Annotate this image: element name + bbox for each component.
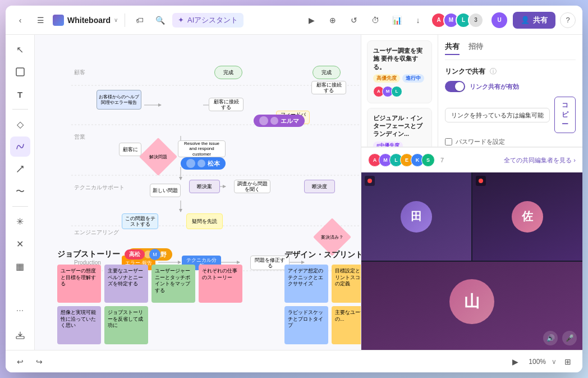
logo-area[interactable]: Whiteboard ∨ bbox=[53, 15, 118, 26]
node-new-issue: 新しい問題 bbox=[150, 184, 181, 197]
canvas-area[interactable]: 顧客 営業 テクニカルサポート エンジニアリング Production お客様か… bbox=[35, 35, 361, 350]
share-icon: 👤 bbox=[521, 16, 530, 24]
sprint-sticky-2: 目標設定とスプリントスコープの定義 bbox=[332, 265, 361, 303]
task-card-1[interactable]: ユーザー調査を実施 要件を収集する。 高優先度 進行中 A M L bbox=[367, 40, 432, 103]
see-all-collaborators[interactable]: 全ての共同編集者を見る › bbox=[504, 156, 576, 165]
link-permission-select[interactable]: リンクを持っている方は編集可能 bbox=[445, 108, 550, 122]
job-stories-title: ジョブストーリー bbox=[57, 249, 120, 259]
special-tool-2[interactable]: ✕ bbox=[10, 234, 30, 254]
video-controls: 🔊 🎤 bbox=[543, 331, 577, 345]
task-card-2-tags: #中優先度 進行中 bbox=[373, 142, 426, 147]
job-stories-section: ジョブストーリー 高松 M ユーザーの態度と目標を理解する 主要なユーザーペルソ… bbox=[57, 249, 270, 344]
chart-button[interactable]: 📊 bbox=[388, 12, 405, 29]
task-card-1-tags: 高優先度 進行中 bbox=[373, 74, 426, 83]
undo-button[interactable]: ↩ bbox=[12, 354, 28, 370]
share-button[interactable]: 👤 共有 bbox=[513, 12, 555, 29]
play-button[interactable]: ▶ bbox=[303, 12, 320, 29]
zoom-dropdown[interactable]: ∨ bbox=[552, 358, 557, 366]
collab-avatars: A M L E K S bbox=[368, 153, 435, 167]
task-card-2-title: ビジュアル・インターフェースとブランディン... bbox=[373, 114, 426, 138]
user-avatars: A M L 3 bbox=[431, 12, 484, 28]
ai-assistant-button[interactable]: ✦ AIアシスタント bbox=[172, 13, 244, 28]
search-button[interactable]: 🔍 bbox=[152, 12, 168, 28]
video-avatar-1: 田 bbox=[401, 201, 432, 233]
app-logo-icon bbox=[53, 15, 64, 26]
node-resolved: 解決問題 bbox=[144, 143, 172, 171]
sprint-sticky-1: アイデア想定のテクニックとエクササイズ bbox=[284, 265, 328, 303]
task-avatar-1c: L bbox=[391, 86, 402, 97]
sprint-sticky-5: ラピッドスケッチとプロトタイプ bbox=[284, 306, 328, 344]
more-tools[interactable]: ··· bbox=[10, 300, 30, 321]
node-resolve-text: Resolve the issue and respond customer bbox=[178, 140, 226, 157]
toolbar-separator-2 bbox=[12, 206, 28, 207]
rec-dot-1 bbox=[368, 179, 372, 183]
password-checkbox[interactable] bbox=[445, 138, 452, 145]
video-avatar-3: 山 bbox=[449, 279, 494, 324]
connect-tool[interactable] bbox=[10, 159, 30, 179]
back-button[interactable]: ‹ bbox=[12, 12, 28, 28]
wave-tool[interactable]: 〜 bbox=[10, 181, 30, 202]
node-connect-2: 顧客に接続する bbox=[311, 81, 346, 94]
video-cell-3: 山 🔊 🎤 bbox=[361, 262, 582, 350]
header-separator bbox=[125, 13, 125, 27]
text-tool[interactable]: T bbox=[10, 84, 30, 104]
share-settings-panel: 共有 招待 リンクで共有 ⓘ リンク共有が有効 bbox=[438, 35, 582, 147]
password-label: パスワードを設定 bbox=[456, 138, 505, 146]
tab-invite[interactable]: 招待 bbox=[468, 42, 483, 55]
video-grid: 田 佐 山 bbox=[361, 172, 582, 350]
header-left: ‹ ☰ Whiteboard ∨ 🏷 🔍 ✦ AIアシスタント bbox=[12, 12, 298, 28]
special-tool-1[interactable]: ✳ bbox=[10, 211, 30, 231]
help-button[interactable]: ? bbox=[560, 12, 576, 28]
video-cell-2: 佐 bbox=[472, 172, 582, 261]
node-solved: 案決済み？ bbox=[318, 223, 346, 251]
video-cell-1: 田 bbox=[361, 172, 471, 261]
password-row: パスワードを設定 bbox=[445, 138, 576, 146]
cursor-tool-button[interactable]: ⊕ bbox=[324, 12, 341, 29]
section-customer: 顧客 bbox=[74, 69, 85, 76]
sticky-3: ユーザージャーニーとタッチポイントをマップする bbox=[151, 265, 195, 303]
task-card-2[interactable]: ビジュアル・インターフェースとブランディン... #中優先度 進行中 A M L… bbox=[367, 108, 432, 147]
draw-tool[interactable] bbox=[10, 136, 30, 157]
rec-dot-2 bbox=[479, 179, 483, 183]
layers-tool[interactable]: ▦ bbox=[10, 256, 30, 276]
node-test: この問題をテストする bbox=[122, 213, 158, 229]
more-button[interactable]: ↓ bbox=[410, 12, 426, 29]
timer-button[interactable]: ↺ bbox=[346, 12, 362, 29]
share-tabs: 共有 招待 bbox=[445, 42, 576, 60]
present-button[interactable]: ▶ bbox=[507, 354, 523, 370]
node-decision: 断決案 bbox=[189, 180, 220, 193]
copy-link-button[interactable]: コピー bbox=[554, 97, 576, 133]
badge-matsumoto-avatar bbox=[197, 160, 205, 167]
tag-mid-priority: #中優先度 bbox=[373, 142, 403, 147]
export-tool[interactable] bbox=[10, 325, 30, 345]
node-listen: 調査から問題を聞く bbox=[234, 180, 270, 193]
link-share-toggle[interactable] bbox=[445, 81, 465, 92]
header: ‹ ☰ Whiteboard ∨ 🏷 🔍 ✦ AIアシスタント ▶ ⊕ ↺ ⏱ … bbox=[6, 6, 582, 35]
badge-elma-avatar bbox=[270, 117, 278, 125]
share-link-label: リンクで共有 bbox=[445, 67, 485, 76]
mute-btn[interactable]: 🎤 bbox=[562, 331, 577, 345]
toggle-label: リンク共有が有効 bbox=[470, 83, 519, 91]
menu-button[interactable]: ☰ bbox=[33, 12, 48, 28]
main-area: ↖ T ◇ 〜 ✳ ✕ ▦ ··· bbox=[6, 35, 582, 350]
header-right: ▶ ⊕ ↺ ⏱ 📊 ↓ A M L 3 U 👤 共有 ? bbox=[303, 11, 576, 29]
speaker-btn[interactable]: 🔊 bbox=[543, 331, 558, 345]
sprint-sticky-6: 主要なユーザーの... bbox=[332, 306, 361, 344]
redo-button[interactable]: ↪ bbox=[31, 354, 47, 370]
node-connect-customer-3: 顧客に bbox=[119, 143, 141, 156]
collab-row: A M L E K S 7 全ての共同編集者を見る › bbox=[368, 153, 576, 167]
grid-button[interactable]: ⊞ bbox=[560, 354, 576, 370]
tab-share[interactable]: 共有 bbox=[445, 42, 460, 55]
tag-button[interactable]: 🏷 bbox=[132, 12, 148, 28]
frame-tool[interactable] bbox=[10, 62, 30, 82]
toggle-knob bbox=[455, 82, 464, 91]
badge-elma: エルマ bbox=[254, 115, 305, 127]
cursor-tool[interactable]: ↖ bbox=[10, 39, 30, 60]
share-link-row: リンクで共有 ⓘ bbox=[445, 67, 576, 76]
node-complete-2: 完成 bbox=[313, 66, 341, 79]
history-button[interactable]: ⏱ bbox=[367, 12, 384, 29]
shapes-tool[interactable]: ◇ bbox=[10, 114, 30, 134]
task-card-1-title: ユーザー調査を実施 要件を収集する。 bbox=[373, 47, 426, 71]
link-select-row: リンクを持っている方は編集可能 コピー bbox=[445, 97, 576, 133]
tag-high-priority: 高優先度 bbox=[373, 74, 400, 83]
